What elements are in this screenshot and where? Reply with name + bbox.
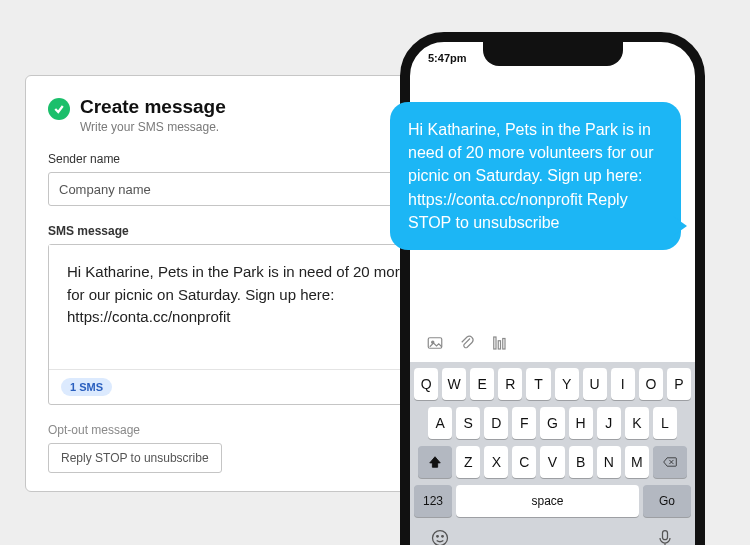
emoji-icon[interactable] <box>430 528 450 545</box>
key-s[interactable]: S <box>456 407 480 439</box>
keyboard-row-3: ZXCVBNM <box>414 446 691 478</box>
key-h[interactable]: H <box>569 407 593 439</box>
shift-key[interactable] <box>418 446 452 478</box>
keyboard: QWERTYUIOP ASDFGHJKL ZXCVBNM 123 space G… <box>410 362 695 545</box>
key-y[interactable]: Y <box>555 368 579 400</box>
sms-preview-bubble: Hi Katharine, Pets in the Park is in nee… <box>390 102 681 250</box>
poll-icon[interactable] <box>490 334 508 352</box>
key-v[interactable]: V <box>540 446 564 478</box>
status-bar: 5:47pm <box>410 48 695 68</box>
sms-count-badge: 1 SMS <box>61 378 112 396</box>
key-w[interactable]: W <box>442 368 466 400</box>
panel-title: Create message <box>80 96 226 118</box>
panel-subtitle: Write your SMS message. <box>80 120 226 134</box>
key-p[interactable]: P <box>667 368 691 400</box>
keyboard-row-1: QWERTYUIOP <box>414 368 691 400</box>
image-icon[interactable] <box>426 334 444 352</box>
optout-value: Reply STOP to unsubscribe <box>48 443 222 473</box>
key-a[interactable]: A <box>428 407 452 439</box>
key-u[interactable]: U <box>583 368 607 400</box>
svg-rect-11 <box>498 341 500 349</box>
go-key[interactable]: Go <box>643 485 691 517</box>
key-c[interactable]: C <box>512 446 536 478</box>
backspace-key[interactable] <box>653 446 687 478</box>
key-k[interactable]: K <box>625 407 649 439</box>
key-f[interactable]: F <box>512 407 536 439</box>
key-q[interactable]: Q <box>414 368 438 400</box>
key-o[interactable]: O <box>639 368 663 400</box>
key-i[interactable]: I <box>611 368 635 400</box>
svg-rect-12 <box>503 339 505 350</box>
svg-point-15 <box>442 536 444 538</box>
svg-point-13 <box>433 531 448 546</box>
numbers-key[interactable]: 123 <box>414 485 452 517</box>
key-b[interactable]: B <box>569 446 593 478</box>
key-l[interactable]: L <box>653 407 677 439</box>
phone-mockup: 5:47pm Hi Katharine, Pets in the Park is… <box>400 32 705 545</box>
svg-rect-16 <box>663 531 668 540</box>
keyboard-row-4: 123 space Go <box>414 485 691 517</box>
svg-point-14 <box>437 536 439 538</box>
key-n[interactable]: N <box>597 446 621 478</box>
status-time: 5:47pm <box>428 52 467 64</box>
keyboard-bottom <box>414 524 691 545</box>
key-m[interactable]: M <box>625 446 649 478</box>
key-r[interactable]: R <box>498 368 522 400</box>
key-z[interactable]: Z <box>456 446 480 478</box>
svg-rect-10 <box>494 337 496 349</box>
keyboard-row-2: ASDFGHJKL <box>414 407 691 439</box>
key-t[interactable]: T <box>526 368 550 400</box>
key-g[interactable]: G <box>540 407 564 439</box>
key-j[interactable]: J <box>597 407 621 439</box>
attachment-row <box>426 334 508 352</box>
attachment-icon[interactable] <box>458 334 476 352</box>
key-x[interactable]: X <box>484 446 508 478</box>
key-e[interactable]: E <box>470 368 494 400</box>
key-d[interactable]: D <box>484 407 508 439</box>
mic-icon[interactable] <box>655 528 675 545</box>
check-icon <box>48 98 70 120</box>
space-key[interactable]: space <box>456 485 639 517</box>
